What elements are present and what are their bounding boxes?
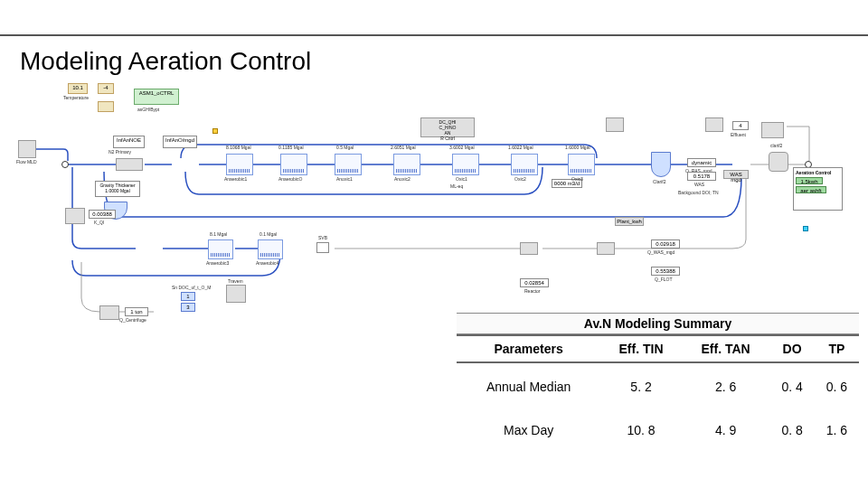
effluent-sensor bbox=[769, 152, 788, 172]
tank-oxic1-lbl: Oxic1 bbox=[456, 176, 467, 182]
tank-oxic3 bbox=[568, 154, 595, 175]
kwh-box: Plant_kwh bbox=[615, 217, 644, 226]
side-tank-2-vol: 0.1 Mgal bbox=[259, 231, 277, 237]
filt-k-lbl: K_QI bbox=[94, 220, 104, 225]
tank-anoxic1-lbl: Anoxic1 bbox=[336, 176, 353, 182]
bottom-k-box: 0.02918 bbox=[651, 239, 680, 249]
anin-n2 bbox=[116, 158, 143, 171]
ras-dyn-box: dynamic bbox=[687, 158, 716, 167]
clarif2-lbl: clarif2 bbox=[770, 143, 782, 148]
bottom-k-lbl: Q_WAS_mgd bbox=[647, 249, 675, 255]
was-lbl: WAS bbox=[694, 182, 704, 187]
anin1-lbl: N2 Primary bbox=[108, 149, 131, 155]
airv-box: -4 bbox=[98, 83, 114, 94]
anin2-box: InfAnO/mgd bbox=[163, 136, 197, 148]
split-node-1 bbox=[61, 161, 69, 168]
side-valve-1 bbox=[520, 242, 538, 255]
diagram-wires bbox=[18, 81, 850, 316]
aer-ctrl-kwh: 1.5kwh bbox=[796, 177, 823, 184]
tank-oxic1 bbox=[452, 154, 479, 175]
nodbox2: 3 bbox=[181, 303, 195, 312]
tank-oxic3-vol: 1.6000 Mgal bbox=[565, 145, 590, 150]
cent-box bbox=[99, 305, 119, 320]
tank-anaerobic1-vol: 8.1068 Mgal bbox=[226, 145, 251, 150]
filt-k-box: 0.00388 bbox=[89, 210, 116, 219]
travem-box bbox=[226, 285, 246, 303]
asm-box: ASM1_oCTRL bbox=[134, 89, 179, 105]
results-title: Av.N Modeling Summary bbox=[457, 313, 859, 334]
influent-node bbox=[18, 140, 36, 158]
tank-anoxic2 bbox=[393, 154, 420, 175]
col-tan: Eff. TAN bbox=[682, 335, 770, 362]
cell-do: 0. 4 bbox=[769, 362, 814, 410]
cell-do: 0. 8 bbox=[769, 410, 814, 450]
thick-box: 1 ton bbox=[125, 307, 148, 316]
asm-label: asGH/Bypt bbox=[137, 107, 159, 112]
was-mgd-box: WAS mgd bbox=[723, 170, 749, 179]
thick-lbl: Q_Centrifuge bbox=[119, 317, 146, 323]
tank-oxic2 bbox=[511, 154, 538, 175]
ml-lbl: ML-eq bbox=[450, 183, 463, 189]
table-row: Max Day 10. 8 4. 9 0. 8 1. 6 bbox=[457, 410, 859, 450]
side-tank-2-lbl: Anaerobic4 bbox=[256, 260, 278, 266]
side-tank-2 bbox=[258, 239, 283, 259]
tank-oxic1-vol: 3.6002 Mgal bbox=[449, 145, 475, 150]
tank-anaerobic2-vol: 0.1185 Mgal bbox=[278, 145, 304, 150]
cell-tan: 2. 6 bbox=[682, 362, 770, 410]
title-divider bbox=[0, 34, 868, 36]
side-valve-2 bbox=[597, 242, 615, 255]
tank-oxic2-lbl: Oxic2 bbox=[514, 176, 526, 182]
col-tp: TP bbox=[815, 335, 859, 362]
results-table: Parameters Eff. TIN Eff. TAN DO TP Annua… bbox=[457, 334, 859, 450]
table-header-row: Parameters Eff. TIN Eff. TAN DO TP bbox=[457, 335, 859, 362]
nodbox1: 1 bbox=[181, 292, 195, 301]
aer-ctrl-sh: aer ashft bbox=[796, 186, 826, 193]
travem-lbl: Travem bbox=[228, 278, 243, 284]
meter-1 bbox=[212, 128, 218, 134]
tank-anaerobic1 bbox=[226, 154, 253, 175]
gft-box: Gravity Thickener 1.0000 Mgal bbox=[95, 181, 140, 197]
aer-ctrl-title: Aeration Control bbox=[796, 170, 840, 175]
influent-label: Flow MLD bbox=[16, 159, 37, 164]
effluent-display bbox=[761, 122, 784, 138]
side-tank-1 bbox=[208, 239, 233, 259]
clarifier-lbl: Clarif2 bbox=[653, 179, 665, 184]
temp-box: 10.1 bbox=[68, 83, 88, 94]
tank-anaerobic1-lbl: Anaerobic1 bbox=[224, 176, 247, 182]
gft-vol: 1.0000 Mgal bbox=[105, 188, 130, 193]
tank-anaerobic2-lbl: AnaerobicO bbox=[278, 176, 302, 182]
far-right-box: 0.55388 bbox=[651, 267, 680, 276]
tank-anoxic1 bbox=[335, 154, 362, 175]
col-do: DO bbox=[769, 335, 814, 362]
airv2-box bbox=[98, 101, 114, 112]
side-tank-1-vol: 8.1 Mgal bbox=[210, 231, 227, 237]
tank-oxic3-lbl: Oxic3 bbox=[571, 176, 583, 182]
ctrl-box-3 bbox=[705, 117, 723, 132]
svb-box bbox=[316, 242, 329, 253]
was-btm-lbl: Backgound DOI; TN bbox=[678, 190, 719, 195]
table-row: Annual Median 5. 2 2. 6 0. 4 0. 6 bbox=[457, 362, 859, 410]
reac-k-box: 0.02854 bbox=[520, 278, 549, 287]
ctrl-box-1: DC_QHIC_H/NOANR Cntrl bbox=[420, 117, 475, 137]
was-k-box: 0.5178 bbox=[687, 172, 716, 181]
filt-box-icon bbox=[65, 208, 85, 224]
tank-anoxic1-vol: 0.5 Mgal bbox=[336, 145, 354, 150]
cell-tin: 10. 8 bbox=[600, 410, 682, 450]
cell-param: Annual Median bbox=[457, 362, 600, 410]
tank-anoxic2-lbl: Anoxic2 bbox=[394, 176, 410, 182]
eff-node-lbl: Effluent bbox=[731, 132, 746, 137]
meter-cyan bbox=[803, 226, 808, 231]
results-table-wrap: Av.N Modeling Summary Parameters Eff. TI… bbox=[457, 334, 859, 450]
aeration-control-panel: Aeration Control 1.5kwh aer ashft bbox=[793, 167, 843, 211]
ctrl-box-2 bbox=[606, 117, 624, 132]
cell-tp: 1. 6 bbox=[815, 410, 859, 450]
noddry-lbl: Sn DOC_uf_t_O_M bbox=[172, 285, 211, 290]
anin1-box: InfAnNOE bbox=[113, 136, 145, 148]
cell-param: Max Day bbox=[457, 410, 600, 450]
cell-tan: 4. 9 bbox=[682, 410, 770, 450]
side-tank-1-lbl: Anaerobic3 bbox=[206, 260, 229, 266]
cell-tin: 5. 2 bbox=[600, 362, 682, 410]
eff-node-value: 4 bbox=[732, 121, 749, 130]
svb-lbl: SVB bbox=[318, 235, 327, 240]
tank-anaerobic2 bbox=[280, 154, 307, 175]
